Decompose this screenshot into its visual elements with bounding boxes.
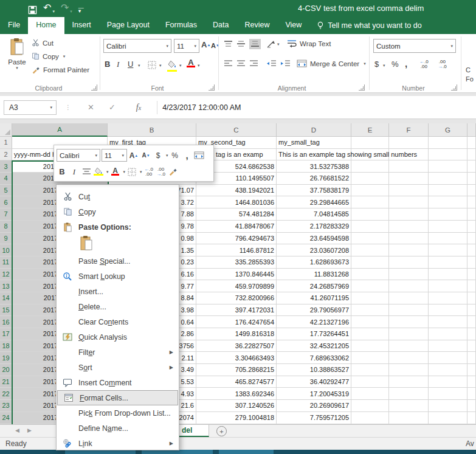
menu-item-insert-comment[interactable]: Insert Comment [57,375,179,390]
sheet-nav-right-icon[interactable]: ▶ [27,427,32,433]
save-icon[interactable] [28,5,37,15]
row-header-6[interactable]: 6 [0,196,12,208]
cell-E7[interactable] [351,208,389,221]
cell-G8[interactable] [429,221,467,233]
cell-F21[interactable] [389,376,429,388]
cell-D2[interactable]: This is an example tag showing small num… [277,149,351,161]
merge-center-button[interactable]: Merge & Center ▾ [297,60,366,67]
menu-item-filter[interactable]: Filter▶ [57,345,179,360]
row-header-15[interactable]: 15 [0,304,12,317]
redo-button[interactable]: ↷▾ [61,2,72,17]
cell-F8[interactable] [389,221,429,233]
cell-E16[interactable] [351,316,389,328]
mini-borders-dropdown-arrow[interactable]: ▾ [140,170,142,174]
menu-item-sort[interactable]: Sort▶ [57,360,179,375]
mini-decrease-decimal-button[interactable]: .00→.0 [156,165,167,179]
cell-F1[interactable] [389,137,429,149]
mini-borders-button[interactable] [126,165,137,179]
select-all-corner[interactable] [0,123,12,137]
row-header-10[interactable]: 10 [0,244,12,256]
tell-me-box[interactable]: Tell me what you want to do [309,17,429,34]
cell-F24[interactable] [389,412,429,424]
align-right-button[interactable] [249,60,258,67]
cell-D1[interactable]: my_small_tag [277,137,351,149]
mini-italic-button[interactable]: I [69,165,80,179]
menu-item-format-cells[interactable]: Format Cells... [57,390,178,405]
cell-partial13[interactable] [467,280,476,292]
mini-font-color-dropdown-arrow[interactable]: ▾ [123,170,126,174]
cell-partial16[interactable] [467,316,476,328]
mini-font-color-button[interactable]: A [110,165,121,179]
fill-color-dropdown-arrow[interactable]: ▾ [179,63,182,68]
column-header-F[interactable]: F [389,123,429,137]
paste-button[interactable]: Paste ▾ [5,38,29,71]
cell-F3[interactable] [389,160,429,173]
cell-partial24[interactable] [467,412,476,424]
cell-D18[interactable]: 32.45321205 [277,340,351,353]
menu-item-delete[interactable]: Delete... [57,299,179,314]
row-header-11[interactable]: 11 [0,256,12,269]
decrease-indent-button[interactable] [266,60,277,67]
mini-align-center-button[interactable] [81,165,92,179]
column-header-G[interactable]: G [429,123,467,137]
cell-C7[interactable]: 574.481284 [196,208,277,221]
cell-C20[interactable]: 705.2868215 [196,364,277,376]
cell-D19[interactable]: 7.689633062 [277,352,351,364]
cell-F20[interactable] [389,364,429,376]
cell-partial22[interactable] [467,388,476,400]
row-header-18[interactable]: 18 [0,340,12,353]
row-header-14[interactable]: 14 [0,292,12,304]
cell-E9[interactable] [351,233,389,245]
cell-G22[interactable] [429,388,467,400]
menu-item-cut[interactable]: Cut [57,189,179,204]
cell-F6[interactable] [389,196,429,208]
cell-C15[interactable]: 397.4172031 [196,304,277,317]
font-size-combobox[interactable]: 11▾ [174,39,199,53]
mini-font-name-combobox[interactable]: Calibri▾ [57,149,100,162]
number-dialog-launcher[interactable] [451,84,457,91]
mini-increase-decimal-button[interactable]: ←.0.00 [143,165,154,179]
cell-C14[interactable]: 732.8200966 [196,292,277,304]
cell-E12[interactable] [351,269,389,281]
tab-data[interactable]: Data [205,17,236,34]
cell-C18[interactable]: 36.22827507 [196,340,277,353]
cell-E13[interactable] [351,280,389,292]
increase-decimal-button[interactable]: ←.0.00 [419,60,429,69]
cell-E21[interactable] [351,376,389,388]
cell-partial17[interactable] [467,328,476,340]
cell-D14[interactable]: 41.26071195 [277,292,351,304]
paste-option-clipboard-icon[interactable] [80,235,93,253]
row-header-7[interactable]: 7 [0,208,12,221]
mini-grow-font-button[interactable]: A▲ [128,149,139,162]
cell-partial3[interactable] [467,160,476,173]
tab-formulas[interactable]: Formulas [157,17,205,34]
cell-partial7[interactable] [467,208,476,221]
cell-partial19[interactable] [467,352,476,364]
cell-D8[interactable]: 2.178283329 [277,221,351,233]
cancel-icon[interactable]: ✕ [88,103,94,112]
cell-C24[interactable]: 279.1004818 [196,412,277,424]
cell-partial18[interactable] [467,340,476,353]
cell-D10[interactable]: 23.03607208 [277,244,351,256]
format-painter-button[interactable]: Format Painter [32,66,89,74]
cell-E5[interactable] [351,185,389,197]
cell-C9[interactable]: 796.4294673 [196,233,277,245]
tab-view[interactable]: View [277,17,309,34]
menu-item-copy[interactable]: Copy [57,204,179,219]
cell-D24[interactable]: 7.759571205 [277,412,351,424]
cell-C16[interactable]: 176.4247654 [196,316,277,328]
row-header-20[interactable]: 20 [0,364,12,376]
mini-accounting-format-button[interactable]: $ [153,149,164,162]
underline-button[interactable]: U [128,60,133,69]
cell-C5[interactable]: 438.1942021 [196,185,277,197]
cell-E10[interactable] [351,244,389,256]
mini-fill-color-dropdown-arrow[interactable]: ▾ [106,170,109,174]
cell-D12[interactable]: 11.8831268 [277,269,351,281]
row-header-2[interactable]: 2 [0,149,12,161]
cell-F7[interactable] [389,208,429,221]
font-color-button[interactable]: A [187,58,195,67]
cell-G14[interactable] [429,292,467,304]
cell-G2[interactable] [429,149,467,161]
cell-partial20[interactable] [467,364,476,376]
decrease-decimal-button[interactable]: .00→.0 [438,60,447,69]
